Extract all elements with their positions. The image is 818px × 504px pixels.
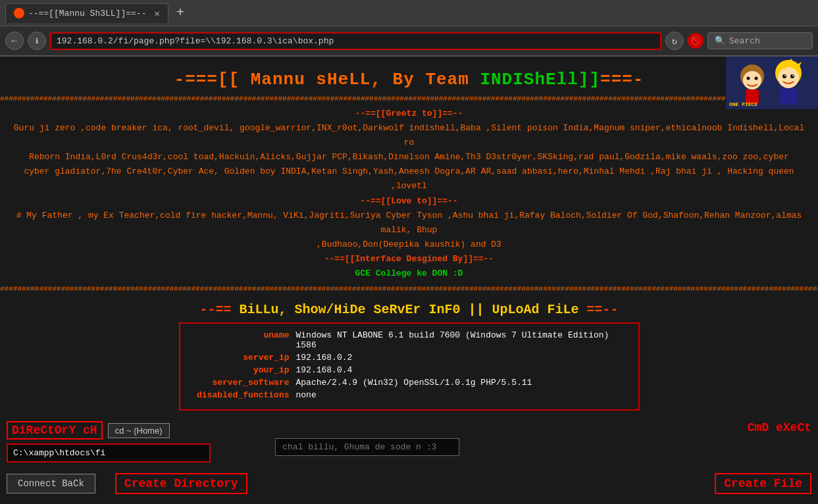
cmd-title: CmD eXeCt (748, 421, 811, 434)
no-sign-icon: 🚫 (688, 33, 703, 49)
anime-placeholder: ONE PIECE (726, 57, 818, 109)
center-input-area (224, 421, 511, 463)
bottom-action-row: Connect BaCk Create Directory Create Fil… (0, 463, 818, 494)
cd-home-button[interactable]: cd ~ (Home) (108, 423, 170, 438)
server-software-value: Apache/2.4.9 (Win32) OpenSSL/1.0.1g PHP/… (296, 378, 532, 388)
show-hide-suffix: ==-- (587, 302, 619, 317)
tab-title: --==[[Mannu Sh3LL]]==-- (28, 9, 146, 18)
directory-title: DiReCtOrY cH (7, 421, 103, 440)
greetz-line1: Guru ji zero ,code breaker ica, root_dev… (7, 121, 811, 150)
anime-image: ONE PIECE (726, 57, 818, 109)
create-file-button[interactable]: Create File (715, 473, 811, 494)
uname-value: Windows NT LABONE 6.1 build 7600 (Window… (296, 330, 628, 350)
search-placeholder-text: Search (729, 36, 760, 46)
svg-rect-11 (780, 88, 797, 105)
billu-label: BiLLu, Show/HiDe SeRvEr InF0 || UpLoAd F… (239, 302, 578, 317)
disabled-functions-row: disabled_functions none (191, 390, 628, 400)
back-button[interactable]: ← (5, 32, 24, 50)
uname-label: uname (191, 330, 290, 350)
tab-close-button[interactable]: ✕ (154, 8, 159, 19)
search-box[interactable]: 🔍 Search (707, 32, 813, 49)
disabled-functions-label: disabled_functions (191, 390, 290, 400)
tab-favicon (14, 8, 24, 18)
your-ip-value: 192.168.0.4 (296, 365, 353, 375)
directory-path-input[interactable] (7, 443, 211, 463)
new-tab-button[interactable]: + (176, 5, 184, 20)
browser-chrome: --==[[Mannu Sh3LL]]==-- ✕ + (0, 0, 818, 26)
server-ip-value: 192.168.0.2 (296, 353, 353, 363)
greetz-line2: Reborn India,L0rd Crus4d3r,cool toad,Hac… (7, 150, 811, 164)
search-icon: 🔍 (715, 36, 725, 46)
title-suffix: ===- (600, 70, 644, 89)
title-prefix: -===[[ Mannu sHeLL, By Team (174, 70, 480, 89)
svg-point-14 (747, 77, 750, 80)
interface-title: --==[[Interface Desgined By]]==-- (7, 252, 811, 266)
create-directory-button[interactable]: Create Directory (115, 473, 247, 494)
svg-point-3 (778, 67, 799, 88)
connect-back-button[interactable]: Connect BaCk (7, 474, 95, 493)
svg-point-9 (784, 75, 786, 76)
server-info-box: uname Windows NT LABONE 6.1 build 7600 (… (179, 322, 640, 411)
title-green: INDIShEll]] (480, 70, 600, 89)
college-text: GCE College ke DON :D (7, 266, 811, 281)
server-ip-label: server_ip (191, 353, 290, 363)
page-title: -===[[ Mannu sHeLL, By Team INDIShEll]]=… (0, 57, 818, 93)
svg-point-8 (790, 74, 794, 78)
cmd-input[interactable] (275, 438, 459, 456)
greetz-section: --==[[Greetz to]]==-- Guru ji zero ,code… (0, 104, 818, 284)
show-hide-label: --== (199, 302, 239, 317)
directory-section: DiReCtOrY cH cd ~ (Home) (7, 421, 211, 463)
browser-tab[interactable]: --==[[Mannu Sh3LL]]==-- ✕ (5, 3, 168, 23)
show-hide-section[interactable]: --== BiLLu, Show/HiDe SeRvEr InF0 || UpL… (0, 294, 818, 322)
love-line2: ,Budhaoo,Don(Deepika kaushik) and D3 (7, 238, 811, 252)
reload-button[interactable]: ↻ (665, 32, 684, 50)
server-software-row: server_software Apache/2.4.9 (Win32) Ope… (191, 378, 628, 388)
greetz-line3: cyber gladiator,7he Cre4t0r,Cyber Ace, G… (7, 164, 811, 193)
svg-point-15 (755, 77, 758, 80)
server-ip-row: server_ip 192.168.0.2 (191, 353, 628, 363)
hash-line-top: ########################################… (0, 93, 818, 104)
url-text: 192.168.0.2/fi/page.php?file=\\192.168.0… (57, 36, 334, 46)
svg-text:ONE PIECE: ONE PIECE (729, 101, 757, 107)
your-ip-row: your_ip 192.168.0.4 (191, 365, 628, 375)
bottom-sections: DiReCtOrY cH cd ~ (Home) CmD eXeCt (0, 421, 818, 463)
main-content: ONE PIECE -===[[ Mannu sHeLL, By Team IN… (0, 57, 818, 504)
url-bar[interactable]: 192.168.0.2/fi/page.php?file=\\192.168.0… (50, 32, 661, 50)
your-ip-label: your_ip (191, 365, 290, 375)
love-title: --==[[Love to]]==-- (7, 194, 811, 209)
server-software-label: server_software (191, 378, 290, 388)
svg-point-7 (782, 74, 786, 78)
dir-title-row: DiReCtOrY cH cd ~ (Home) (7, 421, 211, 440)
cmd-section: CmD eXeCt (524, 421, 812, 463)
hash-line-bottom: ########################################… (0, 284, 818, 294)
info-button[interactable]: ℹ (28, 32, 46, 50)
svg-point-10 (792, 75, 794, 76)
greetz-title: --==[[Greetz to]]==-- (7, 107, 811, 121)
disabled-functions-value: none (296, 390, 317, 400)
love-line1: # My Father , my Ex Teacher,cold fire ha… (7, 209, 811, 238)
nav-bar: ← ℹ 192.168.0.2/fi/page.php?file=\\192.1… (0, 26, 818, 57)
uname-row: uname Windows NT LABONE 6.1 build 7600 (… (191, 330, 628, 350)
